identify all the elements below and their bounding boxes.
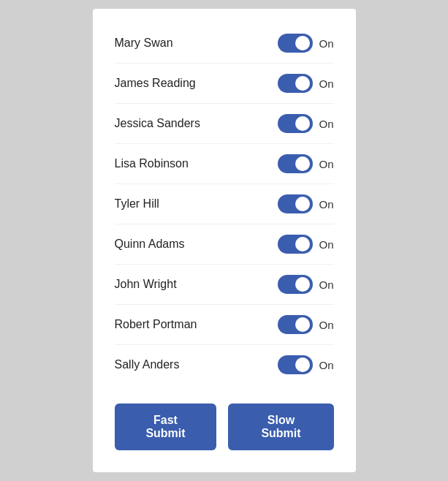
list-item-mary-swan: Mary SwanOn: [115, 23, 334, 64]
toggle-label-sally-anders: On: [319, 359, 333, 371]
toggle-container-sally-anders: On: [278, 355, 333, 374]
toggle-container-robert-portman: On: [278, 315, 333, 334]
toggle-label-john-wright: On: [319, 279, 333, 291]
toggle-label-james-reading: On: [319, 77, 333, 90]
list-item-john-wright: John WrightOn: [115, 265, 334, 305]
toggle-robert-portman[interactable]: [278, 315, 313, 334]
list-item-james-reading: James ReadingOn: [115, 64, 334, 104]
toggle-label-quinn-adams: On: [319, 238, 333, 251]
person-name-john-wright: John Wright: [115, 278, 177, 291]
button-row: Fast Submit Slow Submit: [115, 404, 334, 450]
person-name-james-reading: James Reading: [115, 77, 196, 90]
toggle-tyler-hill[interactable]: [278, 194, 313, 213]
toggle-label-jessica-sanders: On: [319, 118, 333, 130]
toggle-label-mary-swan: On: [319, 37, 333, 50]
person-name-tyler-hill: Tyler Hill: [115, 197, 159, 211]
toggle-container-mary-swan: On: [278, 34, 333, 53]
toggle-mary-swan[interactable]: [278, 34, 313, 53]
toggle-container-john-wright: On: [278, 275, 333, 294]
toggle-john-wright[interactable]: [278, 275, 313, 294]
toggle-lisa-robinson[interactable]: [278, 154, 313, 173]
people-list: Mary SwanOnJames ReadingOnJessica Sander…: [115, 23, 334, 382]
toggle-james-reading[interactable]: [278, 74, 313, 93]
toggle-sally-anders[interactable]: [278, 355, 313, 374]
toggle-container-lisa-robinson: On: [278, 154, 333, 173]
toggle-container-jessica-sanders: On: [278, 114, 333, 133]
person-name-quinn-adams: Quinn Adams: [115, 238, 185, 251]
list-item-quinn-adams: Quinn AdamsOn: [115, 224, 334, 265]
person-name-sally-anders: Sally Anders: [115, 358, 180, 371]
main-card: Mary SwanOnJames ReadingOnJessica Sander…: [93, 9, 356, 472]
toggle-label-tyler-hill: On: [319, 198, 333, 211]
toggle-label-robert-portman: On: [319, 319, 333, 331]
toggle-container-james-reading: On: [278, 74, 333, 93]
person-name-mary-swan: Mary Swan: [115, 37, 173, 50]
toggle-container-quinn-adams: On: [278, 235, 333, 254]
list-item-sally-anders: Sally AndersOn: [115, 345, 334, 382]
toggle-jessica-sanders[interactable]: [278, 114, 313, 133]
list-item-jessica-sanders: Jessica SandersOn: [115, 104, 334, 144]
person-name-jessica-sanders: Jessica Sanders: [115, 117, 200, 130]
list-item-lisa-robinson: Lisa RobinsonOn: [115, 144, 334, 184]
person-name-robert-portman: Robert Portman: [115, 318, 197, 331]
list-item-tyler-hill: Tyler HillOn: [115, 184, 334, 224]
fast-submit-button[interactable]: Fast Submit: [115, 404, 217, 450]
toggle-container-tyler-hill: On: [278, 194, 333, 213]
toggle-quinn-adams[interactable]: [278, 235, 313, 254]
slow-submit-button[interactable]: Slow Submit: [228, 404, 333, 450]
list-item-robert-portman: Robert PortmanOn: [115, 305, 334, 345]
toggle-label-lisa-robinson: On: [319, 158, 333, 170]
person-name-lisa-robinson: Lisa Robinson: [115, 157, 189, 170]
